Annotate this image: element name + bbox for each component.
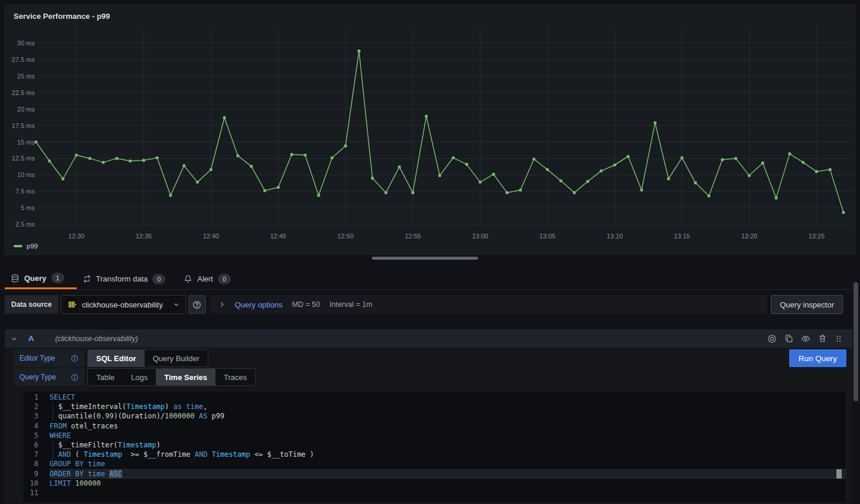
tab-query[interactable]: Query 1	[5, 269, 77, 289]
datasource-help-button[interactable]	[188, 295, 206, 314]
tab-alert[interactable]: Alert 0	[178, 269, 243, 289]
legend-label[interactable]: p99	[27, 243, 38, 250]
clickhouse-logo-icon	[67, 299, 77, 310]
code-line-7[interactable]: 7 AND ( Timestamp >= $__fromTime AND Tim…	[23, 450, 846, 459]
svg-text:15 ms: 15 ms	[17, 139, 35, 146]
info-circle-icon[interactable]	[71, 374, 79, 381]
page-scrollbar-thumb[interactable]	[854, 282, 858, 401]
panel-title[interactable]: Service Performance - p99	[14, 12, 110, 21]
query-options-toggle[interactable]: Query options	[235, 300, 283, 309]
timeseries-chart[interactable]: 2.5 ms5 ms7.5 ms10 ms12.5 ms15 ms17.5 ms…	[5, 5, 855, 255]
legend: p99	[14, 243, 38, 250]
svg-text:13:20: 13:20	[741, 233, 758, 240]
query-type-row: Query Type Table Logs Time Series Traces	[14, 368, 846, 386]
editor-overview-cursor-marker	[836, 469, 842, 479]
editor-type-query-builder[interactable]: Query Builder	[145, 350, 208, 366]
editor-type-sql-editor[interactable]: SQL Editor	[88, 350, 145, 366]
tab-transform-data[interactable]: Transform data 0	[77, 269, 178, 289]
code-line-4[interactable]: 4FROM otel_traces	[23, 421, 846, 431]
line-number: 9	[23, 469, 38, 479]
info-circle-icon[interactable]	[71, 355, 79, 362]
svg-text:13:15: 13:15	[674, 233, 691, 240]
code-line-3[interactable]: 3 quantile(0.99)(Duration)/1000000 AS p9…	[23, 411, 846, 421]
query-ref-id[interactable]: A	[28, 334, 34, 343]
sql-code-lines: 1SELECT2 $__timeInterval(Timestamp) as t…	[23, 392, 846, 498]
svg-text:27.5 ms: 27.5 ms	[12, 56, 35, 63]
panel-resize-handle[interactable]	[372, 257, 478, 260]
sql-code-editor[interactable]: 1SELECT2 $__timeInterval(Timestamp) as t…	[22, 391, 846, 503]
query-type-label-text: Query Type	[19, 373, 56, 381]
line-number: 5	[23, 431, 38, 440]
run-query-button[interactable]: Run Query	[789, 349, 846, 367]
svg-text:7.5 ms: 7.5 ms	[15, 188, 35, 195]
line-text: SELECT	[50, 392, 846, 402]
line-text: AND ( Timestamp >= $__fromTime AND Times…	[50, 450, 846, 459]
query-type-traces[interactable]: Traces	[215, 369, 255, 385]
line-text: quantile(0.99)(Duration)/1000000 AS p99	[50, 411, 846, 421]
line-text	[50, 488, 846, 498]
line-text: FROM otel_traces	[50, 421, 846, 431]
line-number: 2	[23, 402, 38, 411]
svg-text:12.5 ms: 12.5 ms	[12, 155, 35, 162]
svg-text:25 ms: 25 ms	[17, 73, 35, 80]
svg-text:10 ms: 10 ms	[17, 171, 35, 178]
query-editor-row: A (clickhouse-observability) Editor Type	[5, 329, 852, 504]
query-options-interval: Interval = 1m	[329, 300, 372, 309]
code-line-6[interactable]: 6 $__timeFilter(Timestamp)	[23, 440, 846, 450]
svg-text:12:30: 12:30	[68, 233, 85, 240]
grip-icon[interactable]	[835, 335, 843, 343]
query-type-group: Table Logs Time Series Traces	[87, 368, 256, 386]
query-type-logs[interactable]: Logs	[123, 369, 156, 385]
angle-right-icon	[218, 301, 225, 308]
code-line-9[interactable]: 9ORDER BY time ASC	[23, 469, 846, 479]
query-datasource-hint: (clickhouse-observability)	[55, 335, 138, 343]
svg-text:30 ms: 30 ms	[17, 40, 35, 47]
svg-text:5 ms: 5 ms	[21, 204, 35, 211]
code-line-2[interactable]: 2 $__timeInterval(Timestamp) as time,	[23, 402, 846, 411]
line-number: 8	[23, 459, 38, 469]
query-type-table[interactable]: Table	[88, 369, 123, 385]
svg-text:12:55: 12:55	[405, 233, 421, 240]
tab-query-label: Query	[24, 274, 47, 283]
eye-icon[interactable]	[801, 334, 810, 343]
svg-text:12:45: 12:45	[270, 233, 287, 240]
code-line-8[interactable]: 8GROUP BY time	[23, 459, 846, 469]
timeseries-panel: Service Performance - p99 2.5 ms5 ms7.5 …	[5, 5, 855, 255]
query-options-bar[interactable]: Query options MD = 50 Interval = 1m	[211, 295, 768, 314]
code-line-11[interactable]: 11	[23, 488, 846, 498]
svg-text:12:40: 12:40	[203, 233, 220, 240]
svg-text:2.5 ms: 2.5 ms	[15, 221, 35, 228]
legend-color-swatch	[14, 245, 22, 247]
code-line-10[interactable]: 10LIMIT 100000	[23, 479, 846, 488]
line-number: 10	[23, 479, 38, 488]
svg-text:12:35: 12:35	[136, 233, 152, 240]
line-text: $__timeFilter(Timestamp)	[50, 440, 846, 450]
line-text: ORDER BY time ASC	[50, 469, 846, 479]
query-inspector-button[interactable]: Query inspector	[771, 295, 843, 314]
tab-transform-count-badge: 0	[152, 274, 165, 284]
query-row-header[interactable]: A (clickhouse-observability)	[5, 329, 852, 348]
code-line-1[interactable]: 1SELECT	[23, 392, 846, 402]
line-number: 3	[23, 411, 38, 421]
code-line-5[interactable]: 5WHERE	[23, 431, 846, 440]
datasource-bar: Data source clickhouse-observability Que…	[5, 295, 843, 314]
chevron-down-icon	[173, 301, 180, 308]
record-circle-icon[interactable]	[767, 334, 777, 343]
query-type-time-series[interactable]: Time Series	[156, 369, 215, 385]
editor-type-row: Editor Type SQL Editor Query Builder Run…	[14, 349, 846, 367]
angle-down-icon[interactable]	[11, 335, 18, 342]
line-number: 1	[23, 392, 38, 402]
copy-icon[interactable]	[784, 334, 793, 343]
tab-transform-label: Transform data	[96, 274, 148, 283]
datasource-picker[interactable]: clickhouse-observability	[61, 295, 186, 314]
line-number: 4	[23, 421, 38, 431]
editor-type-label-text: Editor Type	[19, 354, 55, 362]
line-number: 6	[23, 440, 38, 450]
line-text: $__timeInterval(Timestamp) as time,	[50, 402, 846, 411]
svg-text:17.5 ms: 17.5 ms	[12, 122, 35, 129]
trash-icon[interactable]	[818, 334, 827, 343]
svg-text:13:25: 13:25	[809, 233, 825, 240]
svg-text:13:00: 13:00	[472, 233, 489, 240]
query-row-actions	[767, 334, 843, 343]
svg-text:20 ms: 20 ms	[17, 106, 35, 113]
